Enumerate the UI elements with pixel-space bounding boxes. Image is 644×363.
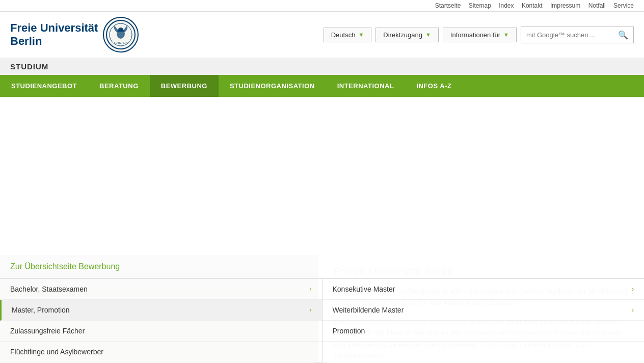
chevron-right-icon: › xyxy=(310,306,312,314)
search-icon: 🔍 xyxy=(618,31,628,39)
nav-international[interactable]: INTERNATIONAL xyxy=(326,75,406,97)
chevron-right-icon: › xyxy=(632,286,634,293)
search-input[interactable] xyxy=(521,28,613,42)
dropdown-item-label: Zulassungsfreie Fächer xyxy=(10,327,85,335)
dropdown-item-label: Master, Promotion xyxy=(12,306,70,314)
topbar-startseite[interactable]: Startseite xyxy=(435,2,461,9)
studium-label: STUDIUM xyxy=(10,62,48,71)
informationen-button[interactable]: Informationen für ▼ xyxy=(443,28,517,42)
dropdown-col-1: Bachelor, Staatsexamen › Master, Promoti… xyxy=(0,279,323,362)
top-bar: Startseite Sitemap Index Kontakt Impress… xyxy=(0,0,644,12)
logo-text: Freie Universität Berlin xyxy=(10,21,98,48)
dropdown-item-bachelor[interactable]: Bachelor, Staatsexamen › xyxy=(0,279,322,300)
dropdown-col-2: Konsekutive Master › Weiterbildende Mast… xyxy=(323,279,645,362)
nav-studienorganisation[interactable]: STUDIENORGANISATION xyxy=(219,75,326,97)
dropdown-item-weiterbildende[interactable]: Weiterbildende Master › xyxy=(323,300,645,321)
studium-bar: STUDIUM xyxy=(0,58,644,75)
header-controls: Deutsch ▼ Direktzugang ▼ Informationen f… xyxy=(324,27,634,43)
dropdown-overlay: Zur Übersichtseite Bewerbung Bachelor, S… xyxy=(0,255,644,363)
dropdown-header[interactable]: Zur Übersichtseite Bewerbung xyxy=(0,255,644,279)
nav-infos-az[interactable]: INFOS A-Z xyxy=(405,75,463,97)
informationen-label: Informationen für xyxy=(450,31,500,39)
informationen-arrow-icon: ▼ xyxy=(503,32,509,38)
topbar-service[interactable]: Service xyxy=(613,2,634,9)
dropdown-item-label: Flüchtlinge und Asylbewerber xyxy=(10,348,103,356)
chevron-right-icon: › xyxy=(632,306,634,314)
language-button[interactable]: Deutsch ▼ xyxy=(324,28,372,42)
topbar-notfall[interactable]: Notfall xyxy=(588,2,606,9)
chevron-right-icon: › xyxy=(310,286,312,293)
dropdown-item-label: Weiterbildende Master xyxy=(333,306,404,314)
dropdown-item-master[interactable]: Master, Promotion › xyxy=(0,300,322,321)
dropdown-item-zulassungsfrei[interactable]: Zulassungsfreie Fächer xyxy=(0,321,322,342)
topbar-impressum[interactable]: Impressum xyxy=(550,2,580,9)
direktzugang-button[interactable]: Direktzugang ▼ xyxy=(375,28,439,42)
dropdown-item-konsekutive[interactable]: Konsekutive Master › xyxy=(323,279,645,300)
nav-bar: STUDIENANGEBOT BERATUNG BEWERBUNG STUDIE… xyxy=(0,75,644,97)
search-box: 🔍 xyxy=(521,27,634,43)
language-arrow-icon: ▼ xyxy=(358,32,364,38)
dropdown-item-label: Promotion xyxy=(333,327,365,335)
dropdown-item-label: Bachelor, Staatsexamen xyxy=(10,285,88,293)
topbar-index[interactable]: Index xyxy=(499,2,514,9)
nav-studienangebot[interactable]: STUDIENANGEBOT xyxy=(0,75,88,97)
topbar-sitemap[interactable]: Sitemap xyxy=(469,2,491,9)
search-button[interactable]: 🔍 xyxy=(613,27,633,43)
university-seal: FU BERLIN xyxy=(103,17,139,53)
dropdown-header-text: Zur Übersichtseite Bewerbung xyxy=(10,262,120,271)
direktzugang-arrow-icon: ▼ xyxy=(425,32,431,38)
nav-bewerbung[interactable]: BEWERBUNG xyxy=(150,75,219,97)
dropdown-columns: Bachelor, Staatsexamen › Master, Promoti… xyxy=(0,279,644,362)
topbar-kontakt[interactable]: Kontakt xyxy=(522,2,543,9)
header: Freie Universität Berlin FU BERLIN Deuts… xyxy=(0,12,644,58)
language-label: Deutsch xyxy=(331,31,356,39)
svg-text:FU BERLIN: FU BERLIN xyxy=(114,41,128,44)
direktzugang-label: Direktzugang xyxy=(383,31,422,39)
nav-beratung[interactable]: BERATUNG xyxy=(88,75,150,97)
dropdown-item-fluechtlinge[interactable]: Flüchtlinge und Asylbewerber xyxy=(0,342,322,362)
dropdown-item-label: Konsekutive Master xyxy=(333,285,395,293)
logo-area[interactable]: Freie Universität Berlin FU BERLIN xyxy=(10,17,139,53)
main-content: Zur Übersichtseite Bewerbung Bachelor, S… xyxy=(0,255,644,363)
dropdown-item-promotion[interactable]: Promotion xyxy=(323,321,645,342)
